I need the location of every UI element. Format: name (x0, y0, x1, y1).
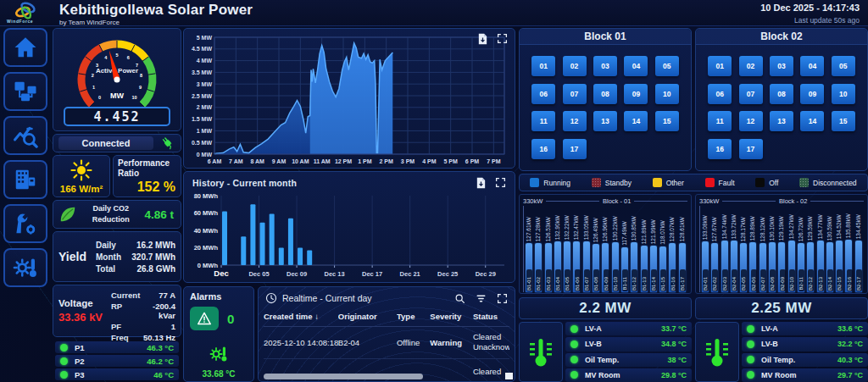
legend-label: Standby (605, 179, 632, 187)
inverter-unit[interactable]: 08 (770, 84, 793, 104)
inverter-unit[interactable]: 05 (832, 56, 855, 76)
inverter-unit[interactable]: 13 (593, 111, 617, 131)
inverter-unit[interactable]: 05 (655, 56, 679, 76)
power-bar-category: B2-07 (760, 269, 766, 291)
table-row[interactable]: 2025-12-10 14:08:18B2-04OfflineWarningCl… (264, 327, 509, 359)
power-bar-column: 128.07kWB1-16 (668, 206, 677, 292)
power-bar-category: B2-16 (847, 269, 853, 291)
inverter-unit[interactable]: 04 (800, 56, 824, 76)
title-block: Kebithigollewa Solar Power by Team WindF… (53, 0, 253, 26)
inverter-unit[interactable]: 02 (563, 56, 587, 76)
column-header[interactable]: Created time ↓ (264, 312, 338, 321)
active-power-gauge: 012345678910Active PowerMW (53, 29, 181, 108)
inverter-unit[interactable]: 07 (739, 84, 763, 104)
export-report-icon[interactable] (477, 33, 488, 45)
scrollbar-corner (505, 373, 513, 379)
export-report-icon[interactable] (476, 177, 487, 189)
block-02-inverters: 0102030405060708091011121314151617 (696, 45, 867, 170)
power-bar-column: 134.27kWB2-10 (787, 206, 797, 292)
column-header[interactable]: Severity (430, 312, 473, 321)
yaxis-max-label: 330kW (523, 197, 542, 205)
inverter-unit[interactable]: 06 (708, 84, 732, 104)
inverter-unit[interactable]: 07 (563, 84, 587, 104)
inverter-unit[interactable]: 10 (655, 84, 679, 104)
row-label: LV-A (761, 324, 778, 333)
table-cell: Cleared (473, 367, 509, 377)
sun-thermometer-icon (208, 344, 230, 364)
sidebar-item-environment[interactable] (3, 248, 47, 287)
block-01-bars: 127.61kWB1-01127.28kWB1-02126.53kWB1-031… (523, 206, 687, 292)
inverter-unit[interactable]: 14 (624, 111, 648, 131)
inverter-unit[interactable]: 08 (593, 84, 617, 104)
inverter-unit[interactable]: 09 (624, 84, 648, 104)
row-value: 1 (140, 322, 175, 331)
svg-text:8: 8 (140, 73, 142, 78)
inverter-unit[interactable]: 12 (563, 111, 587, 131)
category-label: B2-07 (760, 277, 765, 291)
category-label: B2-13 (818, 277, 823, 291)
power-bar-value: 126.72kW (798, 217, 804, 241)
alarm-counter: 0 (190, 307, 248, 330)
sidebar-item-maintenance[interactable] (3, 204, 47, 243)
inverter-unit[interactable]: 15 (655, 111, 679, 131)
power-bar-value: 130.10kW (769, 216, 775, 241)
fullscreen-icon[interactable] (497, 33, 508, 44)
inverter-unit[interactable]: 03 (770, 56, 793, 76)
svg-text:4 MW: 4 MW (197, 58, 213, 64)
inverter-unit[interactable]: 11 (531, 111, 555, 131)
inverter-unit[interactable]: 12 (739, 111, 763, 131)
inverter-unit[interactable]: 01 (531, 56, 555, 76)
data-row: P346 °C (55, 368, 179, 380)
category-label: B2-06 (751, 277, 756, 291)
fullscreen-icon[interactable] (497, 293, 508, 304)
data-row: LV-B34.8 °C (565, 337, 692, 351)
inverter-unit[interactable]: 09 (800, 84, 824, 104)
inverter-unit[interactable]: 11 (708, 111, 732, 131)
inverter-unit[interactable]: 03 (593, 56, 617, 76)
column-header[interactable]: Originator (338, 312, 397, 321)
inverter-unit[interactable]: 06 (531, 84, 555, 104)
block-02-title: Block 02 (696, 29, 867, 45)
power-curve-chart: 5 MW4.5 MW4 MW3.5 MW3 MW2.5 MW2 MW1.5 MW… (186, 30, 513, 166)
horizontal-scrollbar[interactable] (264, 374, 423, 379)
svg-text:2 MW: 2 MW (197, 104, 213, 110)
sun-icon (70, 159, 92, 181)
column-header[interactable]: Status (473, 312, 509, 321)
column-header[interactable]: Type (397, 312, 430, 321)
inverter-unit[interactable]: 10 (832, 84, 855, 104)
fullscreen-icon[interactable] (495, 177, 506, 188)
sidebar-item-facility[interactable] (3, 160, 47, 199)
inverter-unit[interactable]: 14 (800, 111, 824, 131)
filter-icon[interactable] (476, 293, 487, 304)
power-bar-category: B2-05 (741, 269, 747, 291)
irradiance-panel: 166 W/m² (53, 155, 110, 197)
inverter-unit[interactable]: 02 (739, 56, 763, 76)
thermometer-icon (704, 336, 730, 368)
inverter-unit[interactable]: 16 (531, 139, 555, 159)
inverter-unit[interactable]: 04 (624, 56, 648, 76)
co2-label-line2: Reduction (81, 214, 141, 226)
category-label: B2-10 (789, 277, 794, 291)
search-icon[interactable] (454, 293, 465, 304)
status-dot (570, 356, 578, 363)
block-01-temps: LV-A33.7 °CLV-B34.8 °COil Temp.38 °CMV R… (519, 322, 692, 382)
alarms-title: Alarms (190, 291, 248, 302)
row-label: Freq (111, 333, 140, 342)
block-02-panel: Block 02 0102030405060708091011121314151… (695, 28, 868, 171)
alarm-badge[interactable] (190, 307, 219, 330)
inverter-unit[interactable]: 13 (770, 111, 793, 131)
svg-text:0: 0 (98, 95, 101, 100)
sidebar-item-plant-layout[interactable] (3, 72, 47, 111)
inverter-unit[interactable]: 15 (832, 111, 855, 131)
inverter-unit[interactable]: 17 (563, 139, 587, 159)
block-temperatures: LV-A33.7 °CLV-B34.8 °COil Temp.38 °CMV R… (519, 322, 868, 382)
inverter-unit[interactable]: 16 (708, 139, 732, 159)
power-bar-column: 134.52kWB2-15 (835, 206, 844, 292)
legend-item: Fault (705, 178, 735, 187)
sidebar-item-analytics[interactable] (3, 116, 47, 155)
inverter-unit[interactable]: 01 (708, 56, 732, 76)
inverter-unit[interactable]: 17 (739, 139, 763, 159)
power-bar-value: 128.12kW (760, 217, 765, 241)
sidebar-item-home[interactable] (3, 28, 47, 67)
row-value: 16.2 MWh (131, 241, 175, 250)
